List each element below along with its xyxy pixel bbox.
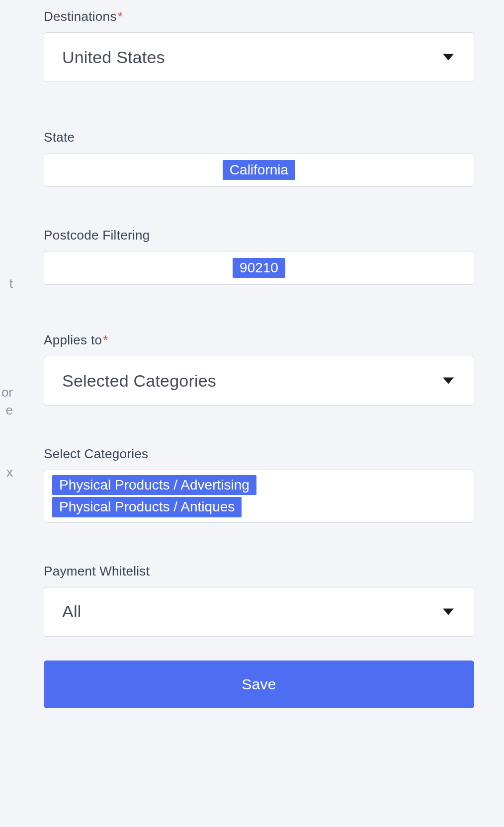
chevron-down-icon	[443, 608, 454, 615]
category-tag[interactable]: Physical Products / Advertising	[52, 475, 256, 495]
postcode-input[interactable]: 90210	[44, 251, 474, 285]
chevron-down-icon	[443, 54, 454, 61]
chevron-down-icon	[443, 378, 454, 384]
form-panel: Destinations* United States State Califo…	[14, 0, 504, 827]
sidebar-text-fragment: or	[1, 385, 13, 400]
required-indicator: *	[118, 9, 123, 24]
state-tag[interactable]: California	[223, 160, 295, 180]
destinations-group: Destinations* United States	[44, 9, 474, 82]
applies-to-select[interactable]: Selected Categories	[44, 356, 474, 406]
payment-whitelist-group: Payment Whitelist All	[44, 564, 474, 637]
postcode-group: Postcode Filtering 90210	[44, 228, 474, 285]
sidebar-text-fragment: t	[9, 276, 13, 291]
category-tag[interactable]: Physical Products / Antiques	[52, 497, 242, 517]
destinations-select[interactable]: United States	[44, 32, 474, 82]
applies-to-value: Selected Categories	[62, 371, 216, 391]
select-categories-group: Select Categories Physical Products / Ad…	[44, 446, 474, 523]
state-group: State California	[44, 130, 474, 187]
destinations-label: Destinations*	[44, 9, 474, 24]
select-categories-input[interactable]: Physical Products / Advertising Physical…	[44, 470, 474, 523]
save-button[interactable]: Save	[44, 661, 474, 708]
sidebar-text-fragment: x	[6, 465, 13, 480]
state-label: State	[44, 130, 474, 145]
destinations-value: United States	[62, 48, 165, 67]
select-categories-label: Select Categories	[44, 446, 474, 462]
payment-whitelist-value: All	[62, 602, 81, 621]
applies-to-group: Applies to* Selected Categories	[44, 332, 474, 406]
sidebar-text-fragment: e	[6, 403, 13, 418]
state-input[interactable]: California	[44, 153, 474, 187]
payment-whitelist-label: Payment Whitelist	[44, 564, 474, 579]
payment-whitelist-select[interactable]: All	[44, 587, 474, 637]
postcode-label: Postcode Filtering	[44, 228, 474, 243]
postcode-tag[interactable]: 90210	[233, 258, 285, 278]
required-indicator: *	[103, 332, 108, 347]
left-sidebar-edge: t or e x	[0, 0, 14, 827]
applies-to-label: Applies to*	[44, 332, 474, 348]
